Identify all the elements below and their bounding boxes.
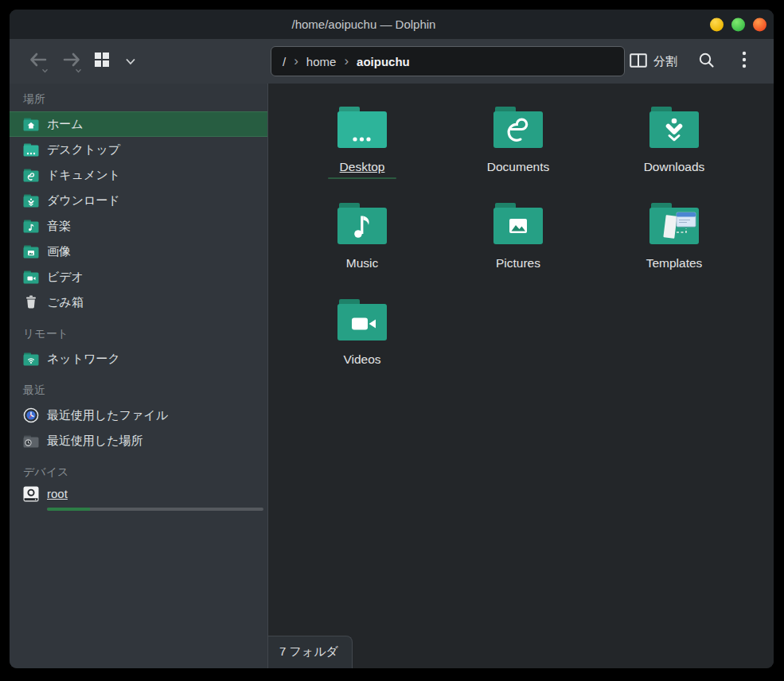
folder-item-music[interactable]: Music [284,200,440,297]
breadcrumb-root[interactable]: / [283,55,286,68]
status-text: 7 フォルダ [279,644,338,658]
music-folder-icon [23,219,39,233]
home-folder-icon [23,117,39,131]
forward-button[interactable] [62,52,81,71]
location-breadcrumb-bar[interactable]: / › home › aoipuchu [271,46,625,76]
downloads-folder-icon [646,104,702,154]
remote-section-header: リモート [10,323,267,346]
sidebar-item-recent-places[interactable]: 最近使用した場所 [10,428,267,453]
recent-places-folder-icon [23,434,39,448]
search-icon [698,52,715,72]
sidebar-item-label: 最近使用した場所 [47,434,143,449]
sidebar-item-home[interactable]: ホーム [10,111,267,137]
videos-folder-icon [334,297,390,346]
sidebar-item-label: 画像 [47,244,71,259]
folder-label: Templates [646,256,703,270]
breadcrumb-current[interactable]: aoipuchu [357,55,410,68]
folder-label: Music [346,256,378,270]
recent-section-header: 最近 [10,379,267,403]
sidebar-item-label: デスクトップ [47,142,120,158]
maximize-button[interactable] [731,18,745,31]
documents-folder-icon [490,104,546,154]
back-history-chevron-icon[interactable] [41,62,49,76]
folder-item-downloads[interactable]: Downloads [596,104,752,200]
folder-view[interactable]: Desktop Documents Downloads [268,84,774,668]
folder-label: Pictures [496,256,540,270]
kebab-menu-icon [742,51,747,72]
network-folder-icon [23,352,39,366]
close-button[interactable] [753,18,766,31]
sidebar-item-label: ビデオ [47,270,84,285]
desktop-folder-icon [334,104,390,154]
folder-item-templates[interactable]: Templates [596,200,752,297]
sidebar-item-network[interactable]: ネットワーク [10,346,267,372]
sidebar-item-desktop[interactable]: デスクトップ [10,137,267,162]
sidebar-item-recent-files[interactable]: 最近使用したファイル [10,403,267,428]
root-capacity-fill [47,508,90,511]
view-mode-dropdown[interactable] [121,52,140,71]
videos-folder-icon [23,270,39,284]
current-item-indicator [328,177,396,179]
sidebar-item-label: ダウンロード [47,193,120,208]
pictures-folder-icon [23,244,39,259]
music-folder-icon [334,200,390,250]
chevron-down-icon [125,54,136,68]
folder-item-pictures[interactable]: Pictures [440,200,596,297]
sidebar-item-pictures[interactable]: 画像 [10,239,267,264]
sidebar-item-documents[interactable]: ドキュメント [10,162,267,188]
folder-item-videos[interactable]: Videos [284,297,440,393]
sidebar-item-label: root [47,487,68,500]
root-capacity-bar [47,508,263,511]
devices-section-header: デバイス [10,461,267,484]
sidebar-item-label: 音楽 [47,219,71,234]
folder-item-desktop[interactable]: Desktop [284,104,440,200]
folder-label: Downloads [644,160,705,174]
breadcrumb-home[interactable]: home [306,55,337,68]
split-view-label: 分割 [653,54,677,69]
toolbar: / › home › aoipuchu 分割 [10,39,774,84]
downloads-folder-icon [23,193,39,208]
minimize-button[interactable] [710,18,724,31]
forward-history-chevron-icon[interactable] [75,62,82,76]
sidebar-item-label: 最近使用したファイル [47,408,168,423]
split-view-icon [630,53,647,70]
sidebar-item-root[interactable]: root [10,484,267,515]
sidebar-item-label: ホーム [47,117,84,132]
breadcrumb-separator-icon: › [344,54,349,69]
recent-files-clock-icon [23,408,39,422]
sidebar-item-downloads[interactable]: ダウンロード [10,188,267,213]
titlebar[interactable]: /home/aoipuchu — Dolphin [10,10,774,39]
desktop-folder-icon [23,142,39,157]
sidebar-item-label: ネットワーク [47,352,120,367]
folder-label: Videos [343,352,380,367]
pictures-folder-icon [490,200,546,250]
documents-folder-icon [23,168,39,182]
folder-label: Documents [487,160,549,174]
hamburger-menu-button[interactable] [735,52,754,71]
folder-item-documents[interactable]: Documents [440,104,596,200]
sidebar-item-label: ごみ箱 [47,295,84,310]
grid-view-icon [94,52,110,71]
sidebar-item-videos[interactable]: ビデオ [10,264,267,290]
sidebar-item-music[interactable]: 音楽 [10,213,267,239]
icon-view-mode-button[interactable] [92,52,111,71]
trash-icon [23,295,39,309]
back-button[interactable] [29,52,48,71]
status-count-tab: 7 フォルダ [268,636,353,668]
split-view-button[interactable]: 分割 [630,53,677,70]
folder-grid: Desktop Documents Downloads [284,104,752,393]
places-section-header: 場所 [10,88,267,111]
sidebar-item-trash[interactable]: ごみ箱 [10,290,267,315]
breadcrumb-separator-icon: › [294,54,298,69]
folder-label: Desktop [340,160,385,174]
hard-drive-icon [23,487,39,501]
templates-folder-icon [646,200,702,250]
window-controls [710,18,766,31]
search-button[interactable] [696,52,716,71]
sidebar-item-label: ドキュメント [47,168,120,183]
places-panel: 場所 ホーム デスクトップ ドキュメント [10,84,268,668]
window-title: /home/aoipuchu — Dolphin [10,10,718,39]
dolphin-window: /home/aoipuchu — Dolphin [10,10,774,668]
